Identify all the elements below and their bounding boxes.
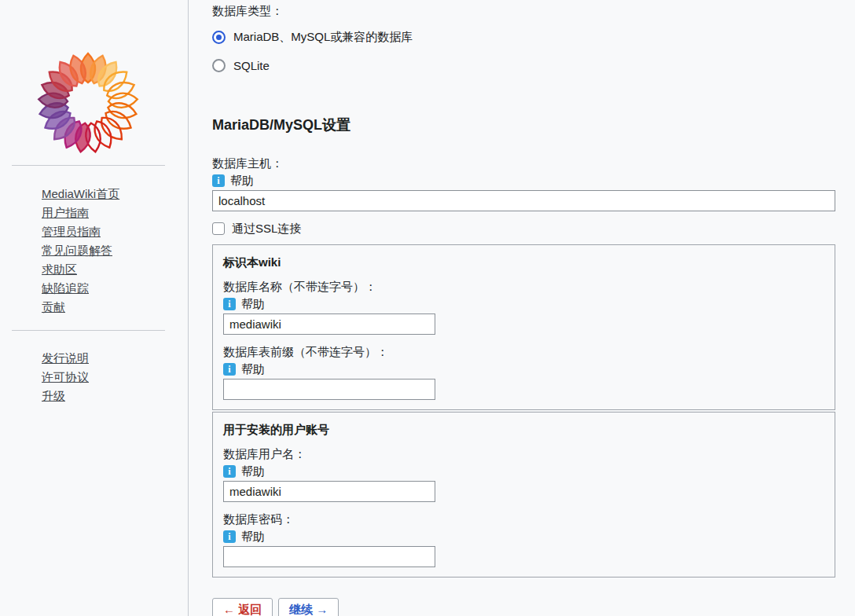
continue-button[interactable]: 继续 →: [278, 598, 339, 616]
sidebar-item-license[interactable]: 许可协议: [42, 368, 89, 387]
info-icon: i: [223, 530, 236, 543]
info-icon: i: [223, 465, 236, 478]
db-password-help-link[interactable]: i 帮助: [223, 530, 265, 544]
db-prefix-label: 数据库表前缀（不带连字号）：: [223, 344, 824, 360]
help-link-label[interactable]: 帮助: [241, 362, 265, 377]
sidebar-item-bug-tracker[interactable]: 缺陷追踪: [42, 279, 119, 298]
db-host-help-link[interactable]: i 帮助: [212, 174, 254, 188]
fieldset-account-legend: 用于安装的用户账号: [223, 422, 824, 437]
db-name-label: 数据库名称（不带连字号）：: [223, 279, 824, 295]
sidebar-item-user-guide[interactable]: 用户指南: [42, 204, 119, 222]
sidebar-item-upgrade[interactable]: 升级: [42, 387, 89, 405]
sidebar-link[interactable]: 升级: [42, 389, 65, 402]
db-name-help-link[interactable]: i 帮助: [223, 297, 265, 311]
sidebar-link[interactable]: 许可协议: [42, 370, 89, 383]
sidebar-link[interactable]: MediaWiki首页: [42, 187, 119, 200]
db-password-label: 数据库密码：: [223, 512, 824, 527]
db-type-option-mariadb[interactable]: MariaDB、MySQL或兼容的数据库: [212, 29, 835, 45]
db-name-input[interactable]: [223, 314, 435, 335]
db-host-input[interactable]: [212, 190, 835, 211]
section-title: MariaDB/MySQL设置: [212, 116, 835, 134]
fieldset-identify-wiki: 标识本wiki 数据库名称（不带连字号）： i 帮助 数据库表前缀（不带连字号）…: [212, 244, 835, 410]
sidebar-link[interactable]: 求助区: [42, 262, 77, 276]
help-link-label[interactable]: 帮助: [241, 297, 265, 312]
ssl-option[interactable]: 通过SSL连接: [212, 222, 835, 235]
db-user-help-link[interactable]: i 帮助: [223, 464, 265, 478]
help-link-label[interactable]: 帮助: [230, 174, 254, 189]
radio-sqlite-label[interactable]: SQLite: [233, 59, 270, 72]
radio-mariadb[interactable]: [212, 31, 226, 44]
sidebar-link[interactable]: 贡献: [42, 300, 65, 314]
sidebar-divider-top: [12, 165, 165, 166]
sidebar-nav-primary: MediaWiki首页 用户指南 管理员指南 常见问题解答 求助区 缺陷追踪 贡…: [42, 185, 119, 317]
back-button[interactable]: ← 返回: [212, 598, 273, 616]
sidebar-item-faq[interactable]: 常见问题解答: [42, 241, 119, 260]
sidebar-link[interactable]: 管理员指南: [42, 225, 101, 238]
db-type-label: 数据库类型：: [212, 3, 835, 19]
sidebar-item-release-notes[interactable]: 发行说明: [42, 349, 89, 368]
db-prefix-help-link[interactable]: i 帮助: [223, 362, 265, 376]
sidebar-item-contribute[interactable]: 贡献: [42, 298, 119, 317]
radio-dot: [216, 63, 222, 68]
info-icon: i: [212, 174, 225, 187]
db-type-option-sqlite[interactable]: SQLite: [212, 57, 835, 73]
db-host-label: 数据库主机：: [212, 156, 835, 171]
info-icon: i: [223, 298, 236, 310]
radio-sqlite[interactable]: [212, 59, 226, 72]
wizard-buttons: ← 返回 继续 →: [212, 598, 835, 616]
sidebar: MediaWiki首页 用户指南 管理员指南 常见问题解答 求助区 缺陷追踪 贡…: [0, 0, 189, 616]
info-icon: i: [223, 363, 236, 376]
sidebar-link[interactable]: 发行说明: [42, 351, 89, 365]
radio-mariadb-label[interactable]: MariaDB、MySQL或兼容的数据库: [233, 30, 413, 45]
ssl-checkbox[interactable]: [212, 222, 225, 235]
fieldset-install-account: 用于安装的用户账号 数据库用户名： i 帮助 数据库密码： i 帮助: [212, 412, 835, 578]
db-password-input[interactable]: [223, 546, 435, 567]
help-link-label[interactable]: 帮助: [241, 464, 265, 479]
sidebar-item-help-area[interactable]: 求助区: [42, 260, 119, 279]
radio-dot: [216, 35, 222, 40]
db-user-label: 数据库用户名：: [223, 446, 824, 462]
help-link-label[interactable]: 帮助: [241, 530, 265, 544]
db-user-input[interactable]: [223, 481, 435, 502]
ssl-checkbox-label[interactable]: 通过SSL连接: [232, 222, 301, 236]
sidebar-link[interactable]: 用户指南: [42, 206, 89, 219]
sidebar-link[interactable]: 常见问题解答: [42, 244, 112, 257]
sidebar-item-mediawiki-home[interactable]: MediaWiki首页: [42, 185, 119, 204]
sidebar-item-admin-guide[interactable]: 管理员指南: [42, 222, 119, 241]
sidebar-link[interactable]: 缺陷追踪: [42, 281, 89, 295]
fieldset-identify-legend: 标识本wiki: [223, 255, 824, 270]
db-prefix-input[interactable]: [223, 379, 435, 400]
sidebar-divider-bottom: [12, 330, 165, 331]
sidebar-nav-secondary: 发行说明 许可协议 升级: [42, 349, 89, 405]
mediawiki-sunflower-logo: [36, 47, 140, 159]
installer-form: 数据库类型： MariaDB、MySQL或兼容的数据库 SQLite Maria…: [212, 0, 835, 616]
